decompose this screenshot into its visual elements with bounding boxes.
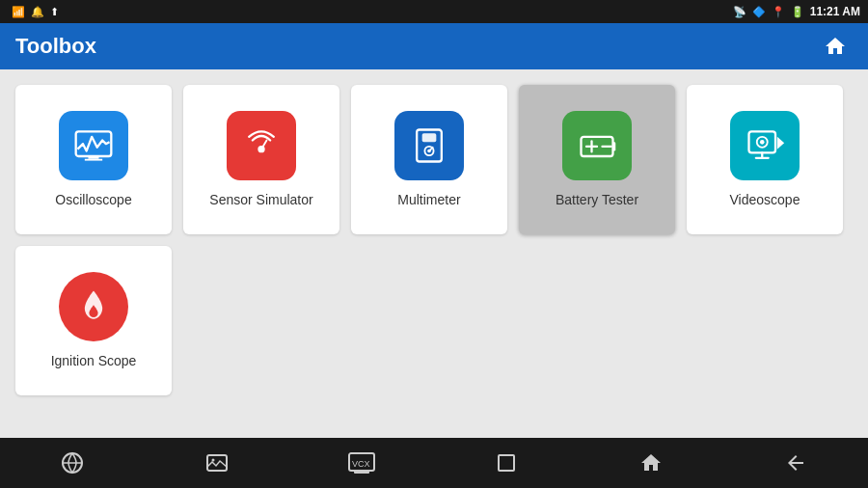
videoscope-label: Videoscope (730, 192, 800, 208)
home-button[interactable] (818, 29, 853, 64)
tool-row-1: Oscilloscope Sensor Simulator (15, 85, 853, 234)
nav-bar: VCX (0, 438, 868, 488)
nav-browser-button[interactable] (49, 440, 95, 486)
nav-home-button[interactable] (628, 440, 674, 486)
signal-icon: 📶 (12, 6, 25, 18)
tool-card-sensor-simulator[interactable]: Sensor Simulator (183, 85, 339, 234)
sensor-simulator-label: Sensor Simulator (209, 192, 312, 208)
browser-icon (61, 451, 84, 474)
nav-vcx-button[interactable]: VCX (339, 440, 385, 486)
notification-icon: 🔔 (31, 6, 44, 18)
sensor-simulator-icon (240, 124, 283, 167)
oscilloscope-icon-wrap (59, 111, 128, 180)
wifi-icon: 📡 (733, 6, 746, 18)
home-nav-icon (639, 451, 663, 474)
ignition-scope-icon (72, 285, 115, 328)
svg-rect-6 (422, 133, 437, 142)
home-icon (824, 35, 847, 58)
tool-card-ignition-scope[interactable]: Ignition Scope (15, 246, 172, 395)
gallery-icon (205, 451, 229, 474)
svg-point-9 (427, 149, 431, 153)
battery-icon: 🔋 (791, 6, 804, 18)
tool-card-oscilloscope[interactable]: Oscilloscope (15, 85, 172, 234)
vcx-icon: VCX (348, 451, 375, 474)
svg-point-24 (212, 459, 215, 462)
recent-icon (495, 451, 518, 474)
location-icon: 📍 (772, 6, 785, 18)
back-icon (784, 451, 807, 474)
tool-card-multimeter[interactable]: Multimeter (351, 85, 507, 234)
svg-rect-1 (89, 156, 99, 159)
tool-card-battery-tester[interactable]: Battery Tester (519, 85, 675, 234)
tool-card-videoscope[interactable]: Videoscope (687, 85, 843, 234)
header-title: Toolbox (15, 34, 96, 59)
status-time: 11:21 AM (810, 5, 860, 18)
svg-marker-20 (777, 137, 784, 149)
nav-recent-button[interactable] (483, 440, 529, 486)
upload-icon: ⬆ (50, 6, 59, 18)
videoscope-icon (744, 124, 786, 167)
nav-back-button[interactable] (773, 440, 819, 486)
multimeter-label: Multimeter (397, 192, 460, 208)
svg-point-17 (760, 140, 765, 145)
status-bar: 📶 🔔 ⬆ 📡 🔷 📍 🔋 11:21 AM (0, 0, 868, 23)
svg-rect-27 (354, 471, 369, 474)
main-content: Oscilloscope Sensor Simulator (0, 69, 868, 438)
videoscope-icon-wrap (730, 111, 800, 180)
svg-rect-11 (613, 142, 616, 150)
ignition-scope-label: Ignition Scope (51, 353, 137, 369)
battery-tester-icon-wrap (562, 111, 632, 180)
svg-rect-2 (85, 159, 102, 161)
ignition-scope-icon-wrap (59, 272, 128, 341)
status-bar-left: 📶 🔔 ⬆ (8, 6, 59, 18)
svg-rect-28 (499, 455, 514, 471)
nav-gallery-button[interactable] (194, 440, 240, 486)
tool-row-2: Ignition Scope (15, 246, 853, 395)
header: Toolbox (0, 23, 868, 69)
bluetooth-icon: 🔷 (752, 6, 766, 18)
oscilloscope-icon (72, 124, 115, 167)
sensor-simulator-icon-wrap (227, 111, 296, 180)
battery-tester-icon (576, 124, 618, 167)
oscilloscope-label: Oscilloscope (55, 192, 131, 208)
battery-tester-label: Battery Tester (556, 192, 638, 208)
svg-text:VCX: VCX (352, 459, 370, 469)
multimeter-icon-wrap (394, 111, 464, 180)
multimeter-icon (408, 124, 450, 167)
